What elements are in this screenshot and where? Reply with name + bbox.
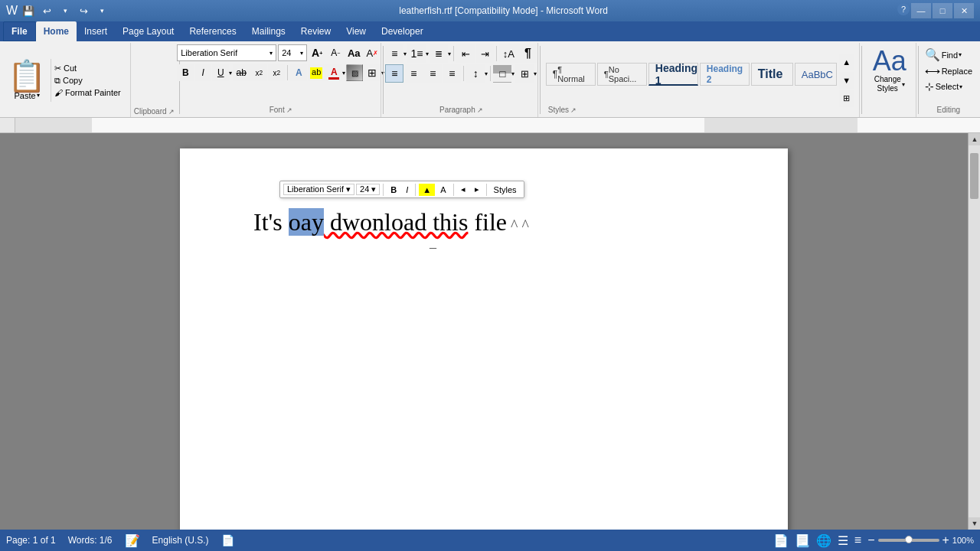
document-area[interactable]: Liberation Serif ▾ 24 ▾ B I ▲ A ◂ ▸ Styl… bbox=[0, 133, 968, 530]
strikethrough-button[interactable]: ab bbox=[233, 64, 250, 81]
tab-developer[interactable]: Developer bbox=[374, 21, 431, 41]
style-no-spacing[interactable]: ¶ No Spaci... bbox=[597, 63, 647, 86]
numbering-dropdown[interactable]: ▾ bbox=[426, 51, 429, 57]
subscript-button[interactable]: x2 bbox=[250, 64, 267, 81]
increase-indent-button[interactable]: ⇥ bbox=[475, 44, 494, 63]
clipboard-expand-icon[interactable]: ↗ bbox=[168, 108, 175, 116]
highlight-button[interactable]: ab bbox=[308, 64, 325, 81]
mt-font-size[interactable]: 24 ▾ bbox=[356, 184, 380, 195]
select-dropdown[interactable]: ▾ bbox=[959, 83, 962, 90]
view-outline-icon[interactable]: ☰ bbox=[838, 533, 848, 548]
underline-button[interactable]: U bbox=[212, 64, 229, 81]
mt-font-name[interactable]: Liberation Serif ▾ bbox=[283, 184, 354, 195]
cut-button[interactable]: ✂ Cut bbox=[53, 63, 122, 74]
document-page[interactable]: Liberation Serif ▾ 24 ▾ B I ▲ A ◂ ▸ Styl… bbox=[180, 148, 788, 530]
numbering-button[interactable]: 1≡ bbox=[407, 44, 426, 63]
justify-button[interactable]: ≡ bbox=[443, 64, 461, 83]
paste-button[interactable]: 📋 Paste ▾ bbox=[3, 59, 51, 102]
font-grow-button[interactable]: A+ bbox=[309, 44, 325, 61]
quick-access-save[interactable]: 💾 bbox=[21, 3, 36, 18]
multilevel-dropdown[interactable]: ▾ bbox=[448, 51, 451, 57]
ruler-corner[interactable] bbox=[0, 118, 15, 132]
style-more[interactable]: AaBbC bbox=[795, 63, 837, 86]
change-styles-button[interactable]: Aa ChangeStyles ▾ bbox=[867, 44, 913, 96]
scroll-track[interactable] bbox=[969, 145, 980, 517]
font-size-input[interactable]: 24 ▾ bbox=[278, 44, 307, 61]
replace-label[interactable]: Replace bbox=[942, 67, 972, 76]
copy-button[interactable]: ⧉ Copy bbox=[53, 75, 122, 86]
styles-scroll-up[interactable]: ▲ bbox=[839, 54, 854, 70]
text-selected[interactable]: oay bbox=[289, 208, 324, 236]
decrease-indent-button[interactable]: ⇤ bbox=[456, 44, 475, 63]
para-shading-dropdown[interactable]: ▾ bbox=[511, 70, 514, 77]
language[interactable]: English (U.S.) bbox=[152, 535, 209, 546]
para-borders-dropdown[interactable]: ▾ bbox=[534, 70, 537, 77]
style-normal[interactable]: ¶ ¶ Normal bbox=[546, 63, 596, 86]
line-spacing-button[interactable]: ↕ bbox=[466, 64, 485, 83]
borders-button[interactable]: ⊞ bbox=[364, 64, 381, 81]
styles-scroll-down[interactable]: ▼ bbox=[839, 72, 854, 89]
close-button[interactable]: ✕ bbox=[954, 3, 974, 18]
tab-insert[interactable]: Insert bbox=[77, 21, 115, 41]
font-color-button[interactable]: A bbox=[325, 64, 342, 81]
style-title[interactable]: Title bbox=[751, 63, 793, 86]
format-painter-button[interactable]: 🖌 Format Painter bbox=[53, 87, 122, 98]
style-heading1[interactable]: Heading 1 bbox=[648, 63, 698, 86]
quick-access-undo-arrow[interactable]: ▾ bbox=[57, 3, 73, 18]
mt-increase-indent[interactable]: ▸ bbox=[471, 183, 483, 196]
quick-access-more[interactable]: ▾ bbox=[94, 3, 109, 18]
mt-highlight[interactable]: ▲ bbox=[419, 184, 435, 196]
mt-styles[interactable]: Styles bbox=[490, 184, 521, 196]
superscript-button[interactable]: x2 bbox=[268, 64, 285, 81]
view-web-icon[interactable]: 🌐 bbox=[816, 533, 831, 548]
font-name-dropdown[interactable]: ▾ bbox=[270, 50, 273, 57]
select-label[interactable]: Select bbox=[936, 82, 959, 91]
document-view-icon[interactable]: 📄 bbox=[221, 534, 234, 546]
shading-button[interactable]: ▨ bbox=[346, 64, 363, 81]
tab-references[interactable]: References bbox=[181, 21, 243, 41]
font-name-input[interactable]: Liberation Serif ▾ bbox=[177, 44, 276, 61]
zoom-in-button[interactable]: + bbox=[942, 533, 949, 547]
tab-mailings[interactable]: Mailings bbox=[244, 21, 293, 41]
view-draft-icon[interactable]: ≡ bbox=[854, 533, 861, 547]
quick-access-undo[interactable]: ↩ bbox=[39, 3, 54, 18]
find-label[interactable]: Find bbox=[942, 51, 958, 60]
style-heading2[interactable]: Heading 2 bbox=[700, 63, 750, 86]
para-shading-button[interactable]: □ bbox=[493, 64, 511, 83]
help-icon[interactable]: ? bbox=[897, 3, 910, 15]
scroll-thumb[interactable] bbox=[970, 153, 978, 199]
bullets-dropdown[interactable]: ▾ bbox=[403, 51, 407, 57]
align-left-button[interactable]: ≡ bbox=[385, 64, 403, 83]
align-right-button[interactable]: ≡ bbox=[423, 64, 442, 83]
quick-access-redo[interactable]: ↪ bbox=[76, 3, 91, 18]
line-spacing-dropdown[interactable]: ▾ bbox=[485, 70, 488, 77]
document-text[interactable]: It's oay dwonload this file ^ ^ _ bbox=[253, 204, 733, 253]
zoom-out-button[interactable]: − bbox=[867, 533, 874, 547]
file-tab[interactable]: File bbox=[3, 21, 36, 41]
bold-button[interactable]: B bbox=[177, 64, 194, 81]
paste-dropdown-arrow[interactable]: ▾ bbox=[37, 92, 40, 99]
maximize-button[interactable]: □ bbox=[933, 3, 952, 18]
font-color-dropdown[interactable]: ▾ bbox=[342, 70, 345, 77]
view-normal-icon[interactable]: 📄 bbox=[773, 533, 789, 548]
find-dropdown[interactable]: ▾ bbox=[959, 51, 962, 58]
styles-expand-icon[interactable]: ↗ bbox=[570, 106, 577, 114]
zoom-slider-thumb[interactable] bbox=[905, 536, 913, 543]
zoom-slider[interactable] bbox=[878, 539, 939, 542]
change-case-button[interactable]: Aa bbox=[345, 44, 362, 61]
change-styles-dropdown[interactable]: ▾ bbox=[902, 81, 905, 88]
sort-button[interactable]: ↕A bbox=[499, 44, 518, 63]
tab-home[interactable]: Home bbox=[36, 21, 77, 41]
tab-page-layout[interactable]: Page Layout bbox=[115, 21, 181, 41]
mt-decrease-indent[interactable]: ◂ bbox=[457, 183, 469, 196]
tab-review[interactable]: Review bbox=[293, 21, 338, 41]
clear-formatting-button[interactable]: A✗ bbox=[364, 44, 381, 61]
styles-scroll-more[interactable]: ⊞ bbox=[839, 90, 854, 107]
spell-check-icon[interactable]: 📝 bbox=[125, 533, 140, 548]
show-marks-button[interactable]: ¶ bbox=[518, 44, 537, 63]
mt-italic[interactable]: I bbox=[402, 184, 412, 196]
view-fullscreen-icon[interactable]: 📃 bbox=[795, 533, 810, 548]
font-size-dropdown[interactable]: ▾ bbox=[300, 50, 303, 57]
tab-view[interactable]: View bbox=[338, 21, 374, 41]
font-expand-icon[interactable]: ↗ bbox=[286, 106, 292, 114]
